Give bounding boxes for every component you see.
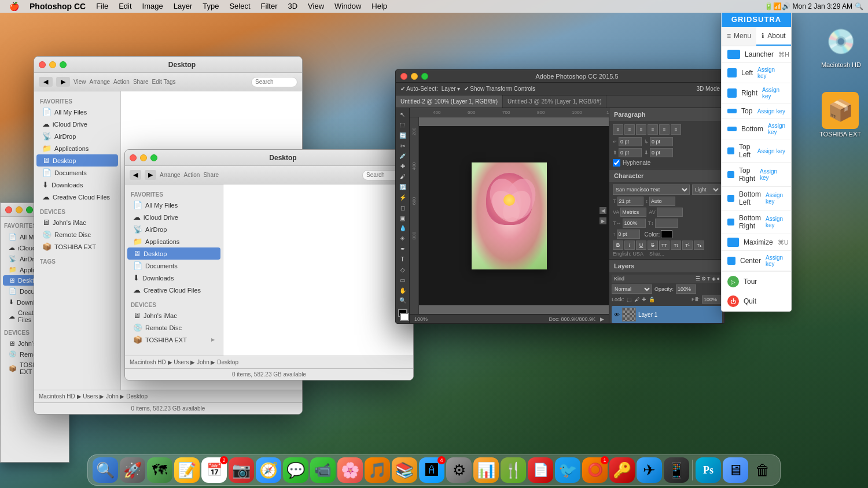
- gs-item-tour[interactable]: ▷ Tour: [722, 272, 791, 291]
- dock-photoshop[interactable]: Ps: [696, 457, 721, 483]
- ps-align-center[interactable]: ≡: [624, 124, 635, 135]
- finder-2-applications[interactable]: 📁Applications: [127, 235, 220, 247]
- ps-layers-header[interactable]: Layers: [609, 260, 724, 272]
- gs-item-top[interactable]: Top Assign key: [722, 103, 791, 119]
- dock-calendar[interactable]: 📅 2: [201, 457, 227, 483]
- dock-facetime[interactable]: 📹: [310, 457, 336, 483]
- desktop-icon-toshiba[interactable]: 📦 TOSHIBA EXT: [817, 90, 863, 140]
- ps-minimize[interactable]: [411, 73, 418, 80]
- ps-layers-filter-icon-5[interactable]: ●: [717, 276, 720, 282]
- dock-launchpad[interactable]: 🚀: [120, 457, 145, 483]
- menubar-app-name[interactable]: Photoshop CC: [25, 0, 90, 13]
- finder-1-desktop[interactable]: 🖥Desktop: [36, 154, 118, 167]
- menubar-file[interactable]: File: [91, 0, 113, 13]
- menubar-filter[interactable]: Filter: [256, 0, 282, 13]
- menu-search-icon[interactable]: 🔍: [855, 2, 863, 10]
- ps-layers-filter-icon-3[interactable]: T: [707, 276, 711, 282]
- finder-2-forward-btn[interactable]: ▶: [145, 170, 156, 180]
- desktop-icon-macintosh-hd[interactable]: 💿 Macintosh HD: [819, 20, 863, 71]
- partial-minimize-btn[interactable]: [16, 206, 23, 213]
- finder-2-desktop[interactable]: 🖥Desktop: [127, 247, 220, 260]
- gs-item-maximize[interactable]: Maximize ⌘U: [722, 234, 791, 251]
- ps-align-left[interactable]: ≡: [613, 124, 623, 135]
- dock-trash[interactable]: 🗑: [750, 457, 775, 483]
- ps-background-color[interactable]: [400, 313, 409, 321]
- finder-1-remote-disc[interactable]: 💿Remote Disc: [36, 228, 118, 241]
- dock-airmail[interactable]: ✈: [637, 457, 662, 483]
- finder-2-downloads[interactable]: ⬇Downloads: [127, 272, 220, 284]
- ps-kerning-input[interactable]: [620, 208, 646, 217]
- ps-tool-text[interactable]: T: [397, 255, 409, 264]
- ps-tool-marquee[interactable]: ⬚: [397, 121, 409, 130]
- finder-2-minimize[interactable]: [140, 154, 147, 161]
- ps-tool-lasso[interactable]: 🔄: [397, 131, 409, 140]
- menubar-view[interactable]: View: [303, 0, 329, 13]
- ps-scale-v-input[interactable]: [655, 219, 678, 228]
- ps-indent-left-input[interactable]: [619, 137, 642, 146]
- finder-2-johns-imac[interactable]: 🖥John's iMac: [127, 309, 220, 321]
- menubar-3d[interactable]: 3D: [283, 0, 302, 13]
- ps-font-select[interactable]: San Francisco Text: [613, 184, 690, 195]
- ps-layer-1-item[interactable]: 👁 Layer 1: [612, 306, 722, 323]
- gs-right-assign[interactable]: Assign key: [762, 87, 785, 99]
- ps-tool-clone[interactable]: 🔃: [397, 183, 409, 191]
- gs-tab-about[interactable]: ℹ About: [756, 27, 791, 46]
- ps-tool-pen[interactable]: ✒: [397, 245, 409, 253]
- dock-safari[interactable]: 🧭: [256, 457, 281, 483]
- ps-layer-1-visibility[interactable]: 👁: [614, 312, 620, 318]
- dock-finder[interactable]: 🔍: [93, 457, 118, 483]
- dock-ibooks[interactable]: 📚: [392, 457, 417, 483]
- dock-messages[interactable]: 💬: [283, 457, 308, 483]
- ps-layers-filter-icon-4[interactable]: ◈: [712, 276, 716, 282]
- ps-menu-auto-select[interactable]: ✔ Auto-Select:: [400, 86, 438, 92]
- gs-bottom-assign[interactable]: Assign key: [768, 123, 785, 135]
- ps-lock-position[interactable]: ✚: [642, 297, 646, 302]
- dock-lastpass[interactable]: 🔑: [609, 457, 635, 483]
- finder-1-all-files[interactable]: 📄All My Files: [36, 106, 118, 118]
- ps-tool-heal[interactable]: ✚: [397, 162, 409, 171]
- finder-2-toshiba[interactable]: 📦TOSHIBA EXT▶: [127, 334, 220, 346]
- gs-item-bottom-right[interactable]: Bottom Right Assign key: [722, 210, 791, 234]
- finder-2-creative-cloud[interactable]: ☁Creative Cloud Files: [127, 284, 220, 296]
- menubar-window[interactable]: Window: [330, 0, 366, 13]
- ps-tool-move[interactable]: ↖: [397, 110, 409, 119]
- ps-collapse-btn[interactable]: ◀: [599, 207, 606, 214]
- finder-1-johns-imac[interactable]: 🖥John's iMac: [36, 216, 118, 228]
- ps-tool-hand[interactable]: ✋: [397, 286, 409, 295]
- ps-align-justify-all[interactable]: ≡: [671, 124, 681, 135]
- ps-tool-history[interactable]: ⚡: [397, 193, 409, 202]
- gs-center-assign[interactable]: Assign key: [766, 254, 785, 267]
- ps-close[interactable]: [400, 73, 407, 80]
- ps-menu-show-transform[interactable]: ✔ Show Transform Controls: [464, 86, 536, 92]
- finder-1-fullscreen[interactable]: [60, 61, 67, 68]
- ps-indent-right-input[interactable]: [650, 137, 673, 146]
- ps-tool-gradient[interactable]: ▣: [397, 214, 409, 223]
- dock-paprika[interactable]: 🍴: [501, 457, 526, 483]
- finder-1-creative-cloud[interactable]: ☁Creative Cloud Files: [36, 191, 118, 203]
- ps-character-header[interactable]: Character: [609, 169, 724, 182]
- menubar-edit[interactable]: Edit: [114, 0, 136, 13]
- ps-leading-input[interactable]: [649, 197, 675, 206]
- gs-topleft-assign[interactable]: Assign key: [757, 148, 785, 154]
- finder-2-remote-disc[interactable]: 💿Remote Disc: [127, 321, 220, 334]
- ps-space-after-input[interactable]: [650, 148, 673, 157]
- finder-1-airdrop[interactable]: 📡AirDrop: [36, 130, 118, 142]
- finder-1-icloud[interactable]: ☁iCloud Drive: [36, 118, 118, 130]
- ps-menu-layer[interactable]: Layer ▾: [442, 86, 461, 92]
- ps-panel-collapse[interactable]: ◀ ▶: [599, 207, 606, 224]
- gs-left-assign[interactable]: Assign key: [757, 66, 785, 79]
- finder-1-forward-btn[interactable]: ▶: [56, 77, 70, 87]
- dock-maps[interactable]: 🗺: [147, 457, 172, 483]
- finder-1-back-btn[interactable]: ◀: [39, 77, 53, 87]
- dock-bezel[interactable]: 📱: [664, 457, 689, 483]
- ps-bold-btn[interactable]: B: [613, 241, 623, 250]
- ps-fullscreen[interactable]: [421, 73, 428, 80]
- dock-photos[interactable]: 🌸: [337, 457, 363, 483]
- ps-smallcaps-btn[interactable]: Tt: [671, 241, 681, 250]
- ps-subscript-btn[interactable]: T₁: [694, 241, 704, 250]
- gs-item-launcher[interactable]: Launcher ⌘H: [722, 46, 791, 63]
- menubar-layer[interactable]: Layer: [169, 0, 197, 13]
- dock-itunes[interactable]: 🎵: [365, 457, 390, 483]
- finder-2-close[interactable]: [130, 154, 137, 161]
- ps-lock-transparent[interactable]: ⬚: [627, 297, 632, 302]
